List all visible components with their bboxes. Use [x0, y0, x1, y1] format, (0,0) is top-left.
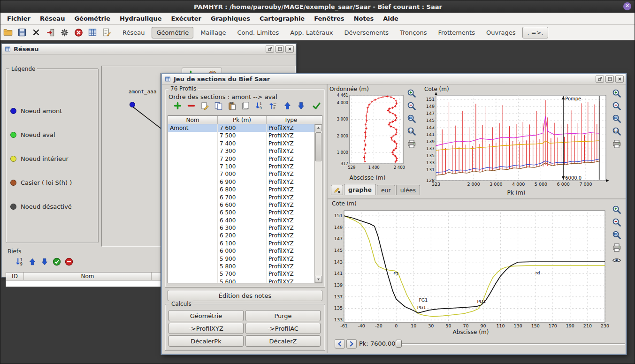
- duplicate-icon[interactable]: [241, 101, 250, 110]
- zoom-in-icon[interactable]: [612, 205, 621, 214]
- add-section-icon[interactable]: [173, 101, 182, 110]
- print-icon[interactable]: [612, 243, 621, 252]
- table-row[interactable]: 5 900ProfilXYZ: [168, 255, 315, 263]
- pk-slider-track[interactable]: [397, 343, 625, 345]
- biefs-column-id[interactable]: ID: [6, 273, 24, 280]
- tab-graphe[interactable]: graphe: [344, 184, 376, 195]
- menu-aide[interactable]: Aide: [378, 14, 403, 23]
- splitter-vertical[interactable]: [327, 84, 328, 353]
- table-row[interactable]: 7 300ProfilXYZ: [168, 147, 315, 155]
- stop-icon[interactable]: [72, 26, 85, 39]
- restore-window-button[interactable]: [266, 46, 274, 53]
- move-down-icon[interactable]: [297, 101, 306, 110]
- table-row[interactable]: 5 600ProfilXYZ: [168, 278, 315, 283]
- table-row[interactable]: 5 800ProfilXYZ: [168, 263, 315, 270]
- menu-cartographie[interactable]: Cartographie: [255, 14, 309, 23]
- visibility-eye-icon[interactable]: [612, 256, 621, 265]
- table-row[interactable]: 7 100ProfilXYZ: [168, 163, 315, 170]
- save-icon[interactable]: [15, 26, 29, 39]
- table-row[interactable]: 6 300ProfilXYZ: [168, 224, 315, 232]
- calc-button-profilxyz[interactable]: ->ProfilXYZ: [168, 323, 244, 334]
- scroll-up-button[interactable]: [315, 124, 322, 131]
- table-row[interactable]: 6 000ProfilXYZ: [168, 247, 315, 255]
- menu-r-seau[interactable]: Réseau: [35, 14, 69, 23]
- tab-eur[interactable]: eur: [377, 185, 395, 195]
- toolbar-item-ouvrages[interactable]: Ouvrages: [482, 27, 520, 38]
- calc-button-g-om-trie[interactable]: Géométrie: [168, 310, 244, 321]
- print-icon[interactable]: [612, 139, 621, 149]
- table-row[interactable]: 6 500ProfilXYZ: [168, 209, 315, 216]
- toolbar-item-cond-limites[interactable]: Cond. Limites: [233, 27, 283, 38]
- upstream-node[interactable]: [130, 102, 135, 107]
- menu-graphiques[interactable]: Graphiques: [206, 14, 255, 23]
- table-row[interactable]: 6 900ProfilXYZ: [168, 178, 315, 186]
- sections-table-header[interactable]: NomPk (m)Type: [168, 116, 322, 124]
- zoom-select-icon[interactable]: [612, 114, 621, 123]
- menu-g-om-trie[interactable]: Géométrie: [69, 14, 115, 23]
- quit-icon[interactable]: [44, 26, 57, 39]
- table-row[interactable]: 7 200ProfilXYZ: [168, 155, 315, 163]
- move-down-icon[interactable]: [40, 258, 49, 266]
- scroll-down-button[interactable]: [315, 276, 322, 283]
- zoom-out-icon[interactable]: [612, 218, 621, 227]
- menu-fen-tres[interactable]: Fenêtres: [309, 14, 349, 23]
- delete-icon[interactable]: [65, 258, 73, 266]
- zoom-in-icon[interactable]: [407, 89, 416, 98]
- zoom-in-icon[interactable]: [612, 89, 621, 98]
- maximize-window-button[interactable]: [605, 76, 614, 83]
- calc-button-purge[interactable]: Purge: [245, 310, 321, 321]
- close-window-button[interactable]: [285, 46, 294, 53]
- maximize-window-button[interactable]: [275, 46, 284, 53]
- toolbar-item-maillage[interactable]: Maillage: [196, 27, 230, 38]
- table-scrollbar[interactable]: [314, 124, 322, 283]
- table-row[interactable]: 6 200ProfilXYZ: [168, 232, 315, 239]
- validate-icon[interactable]: [312, 101, 321, 110]
- calc-button-d-calerpk[interactable]: DécalerPk: [168, 335, 244, 347]
- next-section-button[interactable]: [346, 339, 357, 349]
- close-window-button[interactable]: ✕: [623, 2, 631, 10]
- close-window-button[interactable]: [615, 76, 624, 83]
- table-row[interactable]: 6 600ProfilXYZ: [168, 201, 315, 209]
- table-row[interactable]: 6 100ProfilXYZ: [168, 240, 315, 247]
- menu-fichier[interactable]: Fichier: [2, 14, 35, 23]
- sections-table[interactable]: NomPk (m)Type Amont7 600ProfilXYZ7 500Pr…: [168, 115, 322, 283]
- print-icon[interactable]: [407, 139, 416, 149]
- calc-button-profilac[interactable]: ->ProfilAC: [245, 323, 321, 334]
- reseau-window-titlebar[interactable]: Réseau: [2, 44, 296, 54]
- biefs-column-nom[interactable]: Nom: [24, 273, 152, 280]
- edit-icon[interactable]: [200, 101, 209, 110]
- previous-section-button[interactable]: [335, 339, 345, 349]
- table-row[interactable]: 7 400ProfilXYZ: [168, 140, 315, 147]
- open-icon[interactable]: [1, 26, 15, 39]
- edit-view-tab[interactable]: [331, 185, 343, 195]
- copy-icon[interactable]: [214, 101, 223, 110]
- tab-ul-es[interactable]: ulées: [396, 185, 420, 195]
- move-up-icon[interactable]: [28, 258, 37, 266]
- sections-window-titlebar[interactable]: Jeu de sections du Bief Saar: [162, 74, 626, 84]
- zoom-select-icon[interactable]: [407, 114, 416, 123]
- sort-icon[interactable]: [15, 257, 24, 266]
- zoom-reset-icon[interactable]: [407, 127, 416, 136]
- sort-numeric-icon[interactable]: [255, 101, 264, 110]
- pk-slider-handle[interactable]: [396, 340, 402, 348]
- settings-gear-icon[interactable]: [58, 26, 71, 39]
- table-icon[interactable]: [86, 26, 99, 39]
- toolbar-item-d-versements[interactable]: Déversements: [340, 27, 393, 38]
- long-profile-chart[interactable]: 3232 0003 0004 0005 0006 0007 0001511491…: [423, 91, 610, 189]
- table-row[interactable]: 6 400ProfilXYZ: [168, 217, 315, 224]
- plan-chart[interactable]: 5291 4002 4004 4614 0003 0002 0001 00031…: [329, 91, 406, 174]
- table-row[interactable]: 6 800ProfilXYZ: [168, 186, 315, 193]
- table-row[interactable]: 7 500ProfilXYZ: [168, 132, 315, 139]
- paste-icon[interactable]: [228, 101, 237, 110]
- close-file-icon[interactable]: [30, 26, 43, 39]
- column-header-pk-m[interactable]: Pk (m): [218, 116, 267, 124]
- zoom-out-icon[interactable]: [407, 101, 416, 111]
- column-header-nom[interactable]: Nom: [168, 116, 218, 124]
- table-row[interactable]: 5 700ProfilXYZ: [168, 270, 315, 278]
- cross-section-chart[interactable]: -61-40-200103050709011013015017019021023…: [330, 207, 612, 330]
- menu-notes[interactable]: Notes: [349, 14, 379, 23]
- move-up-icon[interactable]: [283, 101, 292, 110]
- toolbar-item-tron-ons[interactable]: Tronçons: [396, 27, 431, 38]
- zoom-reset-icon[interactable]: [612, 127, 621, 136]
- validate-icon[interactable]: [53, 258, 61, 266]
